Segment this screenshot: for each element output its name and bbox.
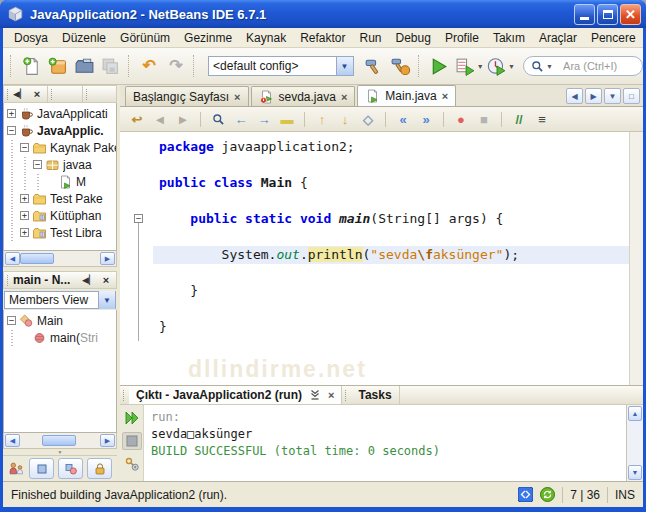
scroll-tabs-left-button[interactable]: ◀ — [566, 88, 583, 104]
output-tab[interactable]: Çıktı - JavaApplication2 (run) × — [129, 386, 342, 404]
code-fold-icon[interactable]: − — [134, 214, 143, 223]
menu-ara-lar[interactable]: Araçlar — [532, 29, 584, 47]
search-icon[interactable] — [531, 60, 544, 73]
collapse-icon[interactable]: − — [33, 160, 42, 169]
forward-icon[interactable]: ► — [172, 109, 194, 129]
scroll-track[interactable] — [20, 251, 100, 266]
profile-project-button[interactable] — [484, 53, 511, 80]
scroll-right-icon[interactable]: ▶ — [100, 434, 115, 447]
scroll-tabs-right-button[interactable]: ▶ — [585, 88, 602, 104]
maximize-button[interactable] — [597, 4, 618, 25]
redo-button[interactable]: ↷ — [163, 53, 190, 80]
new-file-button[interactable] — [18, 53, 45, 80]
code-line[interactable]: public class Main { — [153, 174, 629, 192]
code-line[interactable] — [153, 192, 629, 210]
editor-vscrollbar[interactable] — [629, 132, 643, 385]
code-line[interactable]: } — [153, 282, 629, 300]
menu-run[interactable]: Run — [353, 29, 389, 47]
tree-item-m[interactable]: M — [4, 173, 116, 190]
tab-close-icon[interactable]: × — [341, 92, 347, 102]
close-pane-icon[interactable]: × — [30, 87, 44, 101]
navigator-view-select[interactable]: Members View ▼ — [4, 291, 116, 309]
tab-close-icon[interactable]: × — [234, 92, 240, 102]
menu-profile[interactable]: Profile — [438, 29, 486, 47]
output-vscrollbar[interactable]: ▲ ▼ — [626, 405, 643, 481]
close-output-icon[interactable]: × — [328, 390, 334, 400]
expand-icon[interactable]: + — [20, 228, 29, 237]
title-bar[interactable]: JavaApplication2 - NetBeans IDE 6.7.1 ✕ — [0, 0, 646, 28]
code-line[interactable]: } — [153, 318, 629, 336]
search-options-icon[interactable]: ▼ — [546, 63, 553, 70]
find-selection-icon[interactable] — [207, 109, 229, 129]
menu-dosya[interactable]: Dosya — [7, 29, 55, 47]
menu-pencere[interactable]: Pencere — [584, 29, 643, 47]
scroll-right-icon[interactable]: ▶ — [100, 252, 115, 265]
tree-item-main[interactable]: −Main — [4, 312, 116, 329]
code-area[interactable]: package javaapplication2;public class Ma… — [153, 132, 629, 385]
undo-button[interactable]: ↶ — [136, 53, 163, 80]
minimize-pane-icon[interactable]: ◀▏ — [82, 273, 96, 287]
menu-d-zenle[interactable]: Düzenle — [55, 29, 113, 47]
back-icon[interactable]: ◄ — [149, 109, 171, 129]
tree-item-test-pake[interactable]: +Test Pake — [4, 190, 116, 207]
profile-dropdown-icon[interactable]: ▼ — [508, 63, 515, 70]
config-dropdown[interactable]: <default config> ▼ — [208, 56, 354, 76]
clean-build-button[interactable] — [387, 53, 414, 80]
close-button[interactable]: ✕ — [620, 4, 641, 25]
show-non-public-filter-button[interactable] — [87, 458, 112, 479]
show-static-members-filter-button[interactable] — [58, 458, 83, 479]
fold-margin[interactable]: − — [120, 132, 153, 385]
indent-icon[interactable]: ≡ — [531, 109, 553, 129]
rerun-button[interactable] — [122, 409, 142, 427]
last-edit-position-icon[interactable]: ↩ — [126, 109, 148, 129]
run-project-button[interactable] — [426, 53, 453, 80]
collapse-icon[interactable]: − — [7, 126, 16, 135]
quick-search-box[interactable]: ▼ — [523, 56, 643, 76]
tree-item-kaynak-pake[interactable]: −Kaynak Pake — [4, 139, 116, 156]
tab-ba-lang-sayfas[interactable]: Başlangıç Sayfası× — [125, 86, 249, 106]
scroll-up-icon[interactable]: ▲ — [628, 406, 642, 421]
tree-item-javaapplic[interactable]: −JavaApplic. — [4, 122, 116, 139]
expand-icon[interactable]: + — [20, 211, 29, 220]
close-pane-icon[interactable]: × — [99, 273, 113, 287]
expand-icon[interactable]: + — [20, 194, 29, 203]
menu-tak-m[interactable]: Takım — [486, 29, 532, 47]
next-bookmark-icon[interactable]: ↓ — [334, 109, 356, 129]
run-macro-icon[interactable]: ■ — [473, 109, 495, 129]
menu-debug[interactable]: Debug — [389, 29, 438, 47]
code-line[interactable] — [153, 156, 629, 174]
stop-button[interactable] — [122, 432, 142, 450]
tab-main-java[interactable]: Main.java× — [357, 85, 456, 106]
tree-item-javaapplicati[interactable]: +JavaApplicati — [4, 105, 116, 122]
tab-list-button[interactable]: ▼ — [604, 88, 621, 104]
maximize-editor-button[interactable]: □ — [623, 88, 640, 104]
chevron-down-icon[interactable]: ▼ — [336, 57, 353, 75]
search-input[interactable] — [561, 59, 635, 73]
tree-item-k-t-phan[interactable]: +Kütüphan — [4, 207, 116, 224]
comment-icon[interactable]: // — [508, 109, 530, 129]
shift-left-icon[interactable]: « — [392, 109, 414, 129]
code-line[interactable] — [153, 264, 629, 282]
scroll-track[interactable] — [627, 422, 643, 464]
navigator-hscrollbar[interactable]: ◀ ▶ — [3, 433, 117, 449]
code-editor[interactable]: − package javaapplication2;public class … — [120, 132, 643, 385]
scroll-track[interactable] — [20, 433, 100, 448]
minimize-pane-icon[interactable]: ◀▏ — [13, 87, 27, 101]
debug-project-button[interactable] — [452, 53, 479, 80]
previous-bookmark-icon[interactable]: ↑ — [311, 109, 333, 129]
menu-g-r-n-m[interactable]: Görünüm — [113, 29, 177, 47]
scroll-left-icon[interactable]: ◀ — [5, 434, 20, 447]
next-occurrence-icon[interactable]: → — [253, 109, 275, 129]
code-line[interactable]: System.out.println("sevda\faksünger"); — [153, 246, 629, 264]
collapse-icon[interactable]: − — [20, 143, 29, 152]
code-line[interactable] — [153, 300, 629, 318]
tasks-tab[interactable]: Tasks — [351, 386, 399, 404]
expand-icon[interactable]: + — [7, 109, 16, 118]
scroll-thumb[interactable] — [20, 253, 54, 264]
build-project-button[interactable] — [361, 53, 388, 80]
tab-sevda-java[interactable]: sevda.java× — [251, 86, 356, 106]
tree-item-main[interactable]: main(Stri — [4, 329, 116, 346]
previous-occurrence-icon[interactable]: ← — [230, 109, 252, 129]
code-line[interactable] — [153, 228, 629, 246]
collapse-icon[interactable]: − — [7, 316, 16, 325]
